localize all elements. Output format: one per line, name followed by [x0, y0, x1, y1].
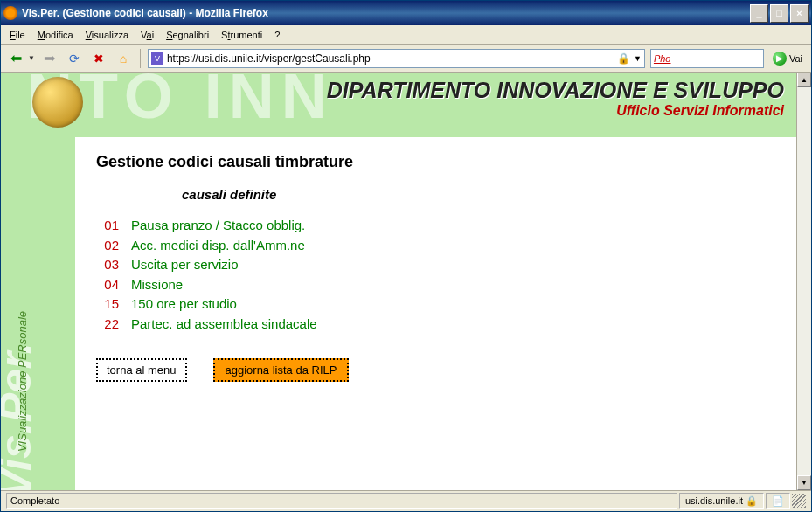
- go-icon: ▶: [773, 52, 787, 66]
- coin-logo-icon: [32, 77, 83, 128]
- causali-code: 01: [96, 216, 119, 236]
- causali-desc-link[interactable]: Uscita per servizio: [131, 255, 239, 275]
- status-domain: usi.dis.unile.it 🔒: [679, 493, 764, 509]
- department-title: DIPARTIMENTO INNOVAZIONE E SVILUPPO: [327, 78, 784, 103]
- reload-button[interactable]: ⟳: [65, 49, 84, 68]
- causali-list: 01Pausa pranzo / Stacco obblig.02Acc. me…: [96, 216, 775, 334]
- status-extra: 📄: [766, 493, 790, 509]
- url-bar[interactable]: V 🔒 ▼: [148, 49, 645, 68]
- page-title: Gestione codici causali timbrature: [96, 153, 775, 171]
- forward-button[interactable]: ➡: [40, 49, 59, 68]
- minimize-button[interactable]: _: [750, 4, 768, 23]
- causali-desc-link[interactable]: Acc. medici disp. dall'Amm.ne: [131, 236, 305, 256]
- menu-strumenti[interactable]: Strumenti: [216, 28, 267, 42]
- causali-code: 02: [96, 236, 119, 256]
- firefox-icon: [3, 6, 17, 20]
- causali-code: 15: [96, 294, 119, 315]
- causali-desc-link[interactable]: Missione: [131, 275, 183, 295]
- status-lock-icon: 🔒: [746, 494, 758, 508]
- department-subtitle: Ufficio Servizi Informatici: [327, 103, 784, 119]
- causali-desc-link[interactable]: 150 ore per studio: [131, 294, 237, 315]
- main-content: Gestione codici causali timbrature causa…: [75, 137, 796, 490]
- menu-modifica[interactable]: Modifica: [32, 28, 79, 42]
- menubar: File Modifica Visualizza Vai Segnalibri …: [1, 25, 811, 45]
- menu-visualizza[interactable]: Visualizza: [80, 28, 134, 42]
- menu-segnalibri[interactable]: Segnalibri: [161, 28, 214, 42]
- visper-logo-subtitle: VISualizzazione PERsonale: [16, 311, 29, 452]
- update-list-button[interactable]: aggiorna lista da RILP: [213, 358, 350, 382]
- causali-code: 03: [96, 255, 119, 275]
- causali-code: 22: [96, 315, 119, 335]
- resize-grip-icon[interactable]: [792, 494, 806, 508]
- causali-row: 01Pausa pranzo / Stacco obblig.: [96, 216, 775, 236]
- causali-row: 15150 ore per studio: [96, 294, 775, 315]
- page-subheading: causali definite: [182, 187, 775, 202]
- causali-row: 03Uscita per servizio: [96, 255, 775, 275]
- search-engine-label: Pho: [654, 53, 760, 64]
- causali-row: 04Missione: [96, 275, 775, 295]
- maximize-button[interactable]: □: [770, 4, 788, 23]
- causali-row: 02Acc. medici disp. dall'Amm.ne: [96, 236, 775, 256]
- scroll-track[interactable]: [797, 87, 811, 475]
- home-button[interactable]: ⌂: [114, 49, 133, 68]
- back-dropdown-icon[interactable]: ▼: [28, 54, 35, 62]
- browser-viewport: NTO INN DIPARTIMENTO INNOVAZIONE E SVILU…: [1, 73, 811, 490]
- toolbar-separator: [140, 49, 141, 68]
- menu-file[interactable]: File: [4, 28, 31, 42]
- scroll-up-button[interactable]: ▲: [797, 73, 811, 87]
- url-input[interactable]: [167, 52, 614, 65]
- back-button[interactable]: ⬅: [6, 49, 25, 68]
- go-label: Vai: [789, 53, 802, 64]
- toolbar: ⬅ ▼ ➡ ⟳ ✖ ⌂ V 🔒 ▼ Pho ▶ Vai: [1, 45, 811, 73]
- go-button[interactable]: ▶ Vai: [769, 50, 806, 67]
- scroll-down-button[interactable]: ▼: [797, 475, 811, 490]
- window-title: Vis.Per. (Gestione codici causali) - Moz…: [22, 7, 750, 19]
- statusbar: Completato usi.dis.unile.it 🔒 📄: [1, 490, 811, 509]
- causali-desc-link[interactable]: Partec. ad assemblea sindacale: [131, 315, 317, 335]
- back-to-menu-button[interactable]: torna al menu: [96, 358, 187, 382]
- left-rail: Vis.Per. VISualizzazione PERsonale: [1, 137, 75, 490]
- stop-button[interactable]: ✖: [89, 49, 108, 68]
- page-header-band: NTO INN DIPARTIMENTO INNOVAZIONE E SVILU…: [1, 73, 796, 137]
- menu-help[interactable]: ?: [269, 28, 285, 42]
- search-box[interactable]: Pho: [650, 49, 764, 68]
- page-icon: 📄: [772, 494, 784, 508]
- causali-row: 22Partec. ad assemblea sindacale: [96, 315, 775, 335]
- window-titlebar: Vis.Per. (Gestione codici causali) - Moz…: [1, 1, 811, 25]
- status-text: Completato: [6, 493, 677, 509]
- menu-vai[interactable]: Vai: [135, 28, 159, 42]
- vertical-scrollbar[interactable]: ▲ ▼: [796, 73, 811, 490]
- causali-code: 04: [96, 275, 119, 295]
- lock-icon: 🔒: [617, 52, 630, 65]
- causali-desc-link[interactable]: Pausa pranzo / Stacco obblig.: [131, 216, 305, 236]
- close-button[interactable]: ×: [790, 4, 809, 23]
- url-dropdown-icon[interactable]: ▼: [634, 54, 642, 63]
- site-favicon: V: [151, 52, 163, 65]
